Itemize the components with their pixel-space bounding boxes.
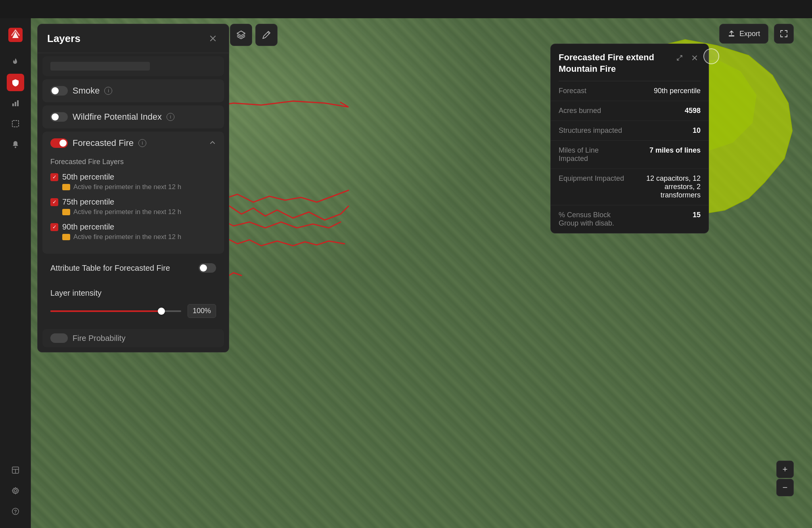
popup-label-equipment: Equipment Impacted (559, 174, 624, 183)
forecasted-fire-info-icon[interactable]: i (138, 139, 146, 147)
forecasted-fire-chevron[interactable] (209, 139, 216, 148)
sublayer-90th-checkbox[interactable] (50, 223, 58, 231)
export-icon (728, 30, 735, 38)
sublayer-75th-indicator (62, 209, 70, 215)
svg-point-5 (15, 147, 16, 148)
sublayer-50th: 50th percentile Active fire perimeter in… (50, 172, 216, 191)
left-sidebar: ? (0, 18, 31, 528)
partial-layer-name: Fire Probability (73, 334, 125, 343)
layers-header: Layers (38, 24, 229, 53)
layer-intensity-section: Layer intensity 100% (42, 282, 224, 324)
popup-value-census: 15 (693, 211, 701, 219)
forecasted-fire-layer-item: Forecasted Fire i Forecasted Fire Layers… (42, 132, 224, 254)
sidebar-item-table[interactable] (7, 461, 24, 479)
sidebar-item-select[interactable] (7, 115, 24, 132)
forecasted-fire-toggle[interactable] (50, 138, 68, 148)
map-toolbar (230, 24, 278, 46)
smoke-layer-name: Smoke (73, 86, 100, 96)
sidebar-item-fire[interactable] (7, 53, 24, 71)
popup-label-structures: Structures impacted (559, 126, 622, 135)
intensity-thumb[interactable] (158, 308, 165, 315)
popup-value-equipment: 12 capacitors, 12 arrestors, 2 transform… (629, 174, 701, 199)
popup-row-structures: Structures impacted 10 (551, 121, 709, 141)
logo-icon (8, 28, 23, 42)
attribute-table-toggle[interactable] (199, 263, 216, 273)
svg-rect-4 (12, 121, 19, 127)
top-bar (0, 0, 812, 18)
sublayer-90th-desc: Active fire perimeter in the next 12 h (73, 233, 181, 241)
sidebar-item-analytics[interactable] (7, 94, 24, 112)
popup-close-button[interactable] (689, 52, 701, 64)
pencil-toolbar-btn[interactable] (255, 24, 278, 46)
svg-rect-1 (12, 103, 14, 106)
wildfire-potential-layer-name: Wildfire Potential Index (73, 112, 162, 122)
layers-title: Layers (47, 33, 80, 45)
sublayers-title: Forecasted Fire Layers (50, 158, 216, 166)
layers-panel: Layers Smoke i Wildfire Potential Index … (37, 24, 229, 352)
popup-label-census: % Census Block Group with disab. (559, 211, 630, 228)
chevron-up-icon (209, 139, 216, 146)
export-label: Export (739, 30, 760, 38)
popup-value-miles: 7 miles of lines (649, 146, 701, 155)
popup-actions (674, 52, 701, 64)
expand-icon (676, 55, 683, 61)
fullscreen-button[interactable] (774, 24, 794, 44)
smoke-layer-item: Smoke i (42, 79, 224, 102)
sublayer-90th: 90th percentile Active fire perimeter in… (50, 222, 216, 241)
svg-point-9 (14, 490, 17, 492)
smoke-info-icon[interactable]: i (104, 87, 112, 95)
wildfire-potential-layer-item: Wildfire Potential Index i (42, 105, 224, 128)
popup-row-miles: Miles of Line Impacted 7 miles of lines (551, 141, 709, 169)
sidebar-item-help[interactable]: ? (7, 503, 24, 520)
popup-header: Forecasted Fire extend Mountain Fire (551, 44, 709, 81)
svg-line-12 (268, 32, 269, 34)
intensity-value: 100% (188, 304, 216, 318)
popup-label-acres: Acres burned (559, 107, 601, 115)
popup-value-structures: 10 (693, 126, 701, 135)
info-popup: Forecasted Fire extend Mountain Fire For… (550, 44, 709, 233)
wildfire-potential-toggle[interactable] (50, 112, 68, 122)
zoom-out-icon: − (783, 482, 788, 493)
popup-title: Forecasted Fire extend Mountain Fire (559, 52, 670, 75)
attribute-table-row: Attribute Table for Forecasted Fire (42, 257, 224, 279)
sidebar-item-shield[interactable] (7, 74, 24, 91)
popup-row-equipment: Equipment Impacted 12 capacitors, 12 arr… (551, 169, 709, 205)
intensity-slider[interactable] (50, 310, 181, 312)
fullscreen-icon (779, 29, 788, 38)
partial-bottom-layer: Fire Probability (42, 329, 224, 347)
layers-close-button[interactable] (207, 32, 219, 45)
forecasted-fire-layer-name: Forecasted Fire (73, 138, 134, 148)
svg-rect-3 (17, 100, 19, 106)
sublayer-75th-name: 75th percentile (62, 197, 114, 207)
popup-close-icon (691, 55, 698, 61)
wildfire-potential-info-icon[interactable]: i (167, 113, 174, 121)
forecasted-fire-header: Forecasted Fire i (42, 132, 224, 155)
sublayer-50th-name: 50th percentile (62, 172, 114, 182)
popup-label-forecast: Forecast (559, 87, 586, 95)
svg-rect-2 (15, 102, 16, 106)
layers-toolbar-btn[interactable] (230, 24, 252, 46)
intensity-label: Layer intensity (50, 289, 216, 298)
popup-value-acres: 4598 (685, 107, 701, 115)
popup-row-acres: Acres burned 4598 (551, 101, 709, 121)
sublayer-75th-checkbox[interactable] (50, 198, 58, 206)
svg-text:?: ? (14, 509, 17, 515)
smoke-toggle[interactable] (50, 86, 68, 96)
sublayer-75th-desc: Active fire perimeter in the next 12 h (73, 208, 181, 216)
svg-rect-13 (729, 35, 734, 36)
zoom-controls: + − (776, 461, 794, 496)
sublayer-50th-checkbox[interactable] (50, 173, 58, 181)
intensity-row: 100% (50, 304, 216, 318)
sublayer-90th-indicator (62, 234, 70, 240)
popup-expand-button[interactable] (674, 52, 686, 64)
sidebar-item-settings[interactable] (7, 482, 24, 499)
forecasted-sublayers: Forecasted Fire Layers 50th percentile A… (42, 155, 224, 254)
sublayer-50th-indicator (62, 184, 70, 190)
zoom-in-button[interactable]: + (776, 461, 794, 478)
popup-value-forecast: 90th percentile (654, 87, 701, 95)
sublayer-75th: 75th percentile Active fire perimeter in… (50, 197, 216, 216)
zoom-out-button[interactable]: − (776, 479, 794, 496)
sidebar-item-notifications[interactable] (7, 136, 24, 153)
zoom-in-icon: + (783, 464, 788, 474)
export-button[interactable]: Export (719, 24, 768, 44)
